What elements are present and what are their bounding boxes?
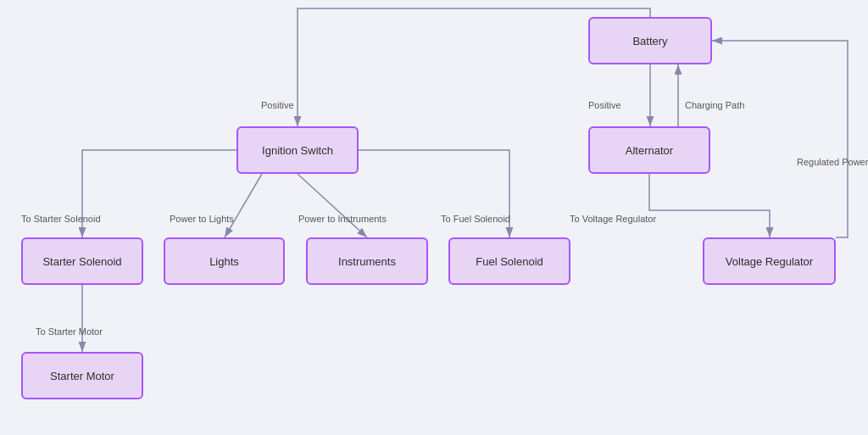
starter-solenoid-node: Starter Solenoid (21, 237, 143, 285)
voltage-regulator-node: Voltage Regulator (703, 237, 836, 285)
svg-line-2 (225, 174, 262, 237)
label-to-starter-solenoid: To Starter Solenoid (21, 214, 101, 224)
label-to-fuel-solenoid: To Fuel Solenoid (441, 214, 510, 224)
label-charging-path: Charging Path (685, 100, 744, 110)
lights-node: Lights (164, 237, 285, 285)
starter-motor-node: Starter Motor (21, 352, 143, 399)
label-power-to-instruments: Power to Instruments (298, 214, 387, 224)
diagram-container: Battery Ignition Switch Alternator Start… (0, 0, 868, 435)
fuel-solenoid-node: Fuel Solenoid (448, 237, 570, 285)
label-positive2: Positive (588, 100, 621, 110)
battery-node: Battery (588, 17, 712, 64)
svg-line-3 (298, 174, 367, 237)
label-regulated-power: Regulated Power (797, 157, 868, 167)
label-positive1: Positive (261, 100, 294, 110)
alternator-node: Alternator (588, 126, 710, 174)
ignition-node: Ignition Switch (236, 126, 359, 174)
instruments-node: Instruments (306, 237, 428, 285)
label-to-starter-motor: To Starter Motor (36, 326, 103, 337)
label-to-voltage-regulator: To Voltage Regulator (570, 214, 656, 224)
label-power-to-lights: Power to Lights (170, 214, 234, 224)
